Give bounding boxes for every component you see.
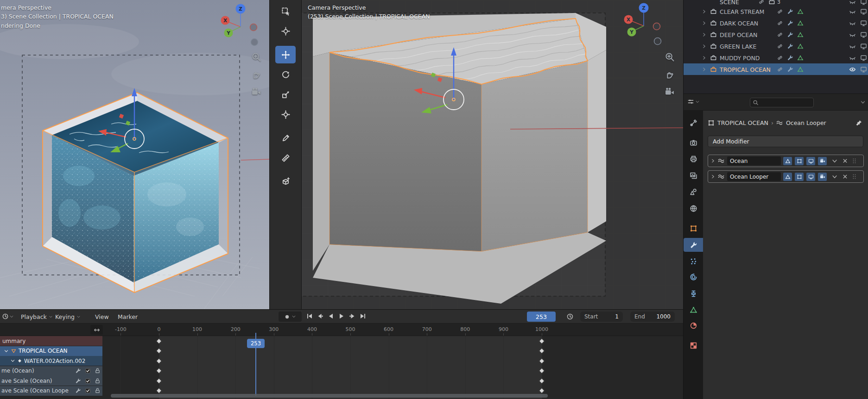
- disclosure-icon[interactable]: [702, 67, 707, 72]
- toggle-render-button[interactable]: [818, 157, 827, 165]
- axis-x-label[interactable]: X: [627, 17, 630, 22]
- properties-tab-texture[interactable]: [684, 338, 703, 352]
- menu-keying[interactable]: Keying: [55, 312, 81, 321]
- toggle-on-cage-button[interactable]: [783, 157, 792, 165]
- toggle-render-button[interactable]: [818, 173, 827, 181]
- modifier-name-field[interactable]: Ocean: [727, 156, 781, 165]
- screen-icon[interactable]: [860, 0, 867, 5]
- tool-measure[interactable]: [275, 149, 296, 167]
- timeline-ruler[interactable]: 253 -10001002003004005006007008009001000: [0, 324, 683, 336]
- properties-tab-constraints[interactable]: [684, 287, 703, 300]
- disclosure-icon[interactable]: [702, 32, 707, 37]
- channel-row[interactable]: ave Scale (Ocean Loope: [0, 386, 102, 396]
- screen-icon[interactable]: [860, 43, 867, 50]
- toggle-edit-mode-button[interactable]: [795, 173, 804, 181]
- properties-tab-view-layer[interactable]: [684, 168, 703, 182]
- navigation-gizmo[interactable]: Z X Y: [218, 3, 262, 47]
- solid-scene[interactable]: [302, 0, 683, 309]
- hand-icon[interactable]: [251, 69, 261, 80]
- breadcrumb-modifier[interactable]: Ocean Looper: [786, 119, 826, 126]
- eye-icon[interactable]: [849, 43, 856, 50]
- check-icon[interactable]: [85, 388, 91, 394]
- properties-tab-modifiers[interactable]: [684, 238, 703, 252]
- collection-name[interactable]: GREEN LAKE: [720, 43, 756, 50]
- hand-icon[interactable]: [665, 69, 675, 80]
- axis-x-label[interactable]: X: [223, 18, 227, 23]
- add-modifier-button[interactable]: Add Modifier: [708, 136, 863, 147]
- jump-to-start-button[interactable]: [306, 312, 313, 320]
- collection-name[interactable]: CLEAR STREAM: [720, 8, 764, 15]
- properties-tab-object[interactable]: [684, 221, 703, 235]
- current-frame-field[interactable]: 253: [527, 312, 556, 322]
- jump-to-prev-keyframe-button[interactable]: [317, 312, 324, 320]
- screen-icon[interactable]: [860, 66, 867, 73]
- horizontal-scrollbar[interactable]: [111, 394, 548, 398]
- jump-to-next-keyframe-button[interactable]: [348, 312, 356, 320]
- dopesheet-area[interactable]: ummaryTROPICAL OCEANWATER.002Action.002m…: [0, 336, 683, 399]
- wrench-icon[interactable]: [75, 368, 81, 374]
- outliner-row[interactable]: GREEN LAKE: [684, 40, 868, 52]
- disclosure-icon[interactable]: [702, 9, 707, 14]
- expand-range-icon[interactable]: [90, 325, 103, 335]
- screen-icon[interactable]: [860, 19, 867, 26]
- tool-cursor[interactable]: [275, 22, 296, 40]
- axis-z-label[interactable]: Z: [642, 5, 646, 11]
- pin-icon[interactable]: [855, 119, 862, 126]
- collection-name[interactable]: MUDDY POND: [720, 54, 760, 61]
- channel-row[interactable]: WATER.002Action.002: [0, 356, 102, 366]
- tool-scale[interactable]: [275, 86, 296, 103]
- properties-tab-render[interactable]: [684, 136, 703, 150]
- outliner-row[interactable]: MUDDY POND: [684, 52, 868, 63]
- play-button[interactable]: [338, 312, 345, 320]
- check-icon[interactable]: [85, 378, 91, 384]
- camera-icon[interactable]: [665, 87, 675, 97]
- toggle-on-cage-button[interactable]: [783, 173, 792, 181]
- properties-tab-world[interactable]: [684, 201, 703, 215]
- disclosure-icon[interactable]: [702, 44, 707, 49]
- breadcrumb-object[interactable]: TROPICAL OCEAN: [717, 119, 768, 126]
- expand-icon[interactable]: [710, 158, 716, 163]
- properties-tab-output[interactable]: [684, 152, 703, 166]
- collection-name[interactable]: DARK OCEAN: [720, 19, 758, 26]
- collection-name[interactable]: TROPICAL OCEAN: [720, 66, 771, 73]
- outliner-row[interactable]: CLEAR STREAM: [684, 6, 868, 17]
- screen-icon[interactable]: [860, 31, 867, 38]
- menu-marker[interactable]: Marker: [118, 312, 138, 321]
- disclosure-icon[interactable]: [702, 55, 707, 60]
- eye-icon[interactable]: [849, 8, 856, 15]
- channel-row[interactable]: TROPICAL OCEAN: [0, 346, 102, 356]
- tool-transform[interactable]: [275, 106, 296, 123]
- properties-tab-particles[interactable]: [684, 254, 703, 268]
- outliner-row[interactable]: DEEP OCEAN: [684, 29, 868, 40]
- lock-icon[interactable]: [95, 368, 101, 374]
- axis-z-label[interactable]: Z: [239, 6, 242, 12]
- toggle-edit-mode-button[interactable]: [795, 157, 804, 165]
- modifier-extras-dropdown[interactable]: [831, 174, 838, 180]
- properties-tab-scene[interactable]: [684, 185, 703, 199]
- properties-search-input[interactable]: [750, 98, 814, 107]
- tool-annotate[interactable]: [275, 129, 296, 147]
- camera-icon[interactable]: [251, 87, 261, 97]
- modifier-extras-dropdown[interactable]: [831, 158, 838, 164]
- viewport-solid[interactable]: Camera Perspective (253) Scene Collectio…: [302, 0, 683, 309]
- drag-handle-icon[interactable]: [851, 158, 857, 164]
- channel-row[interactable]: ummary: [0, 336, 102, 346]
- chevron-down-icon[interactable]: [860, 100, 866, 105]
- screen-icon[interactable]: [860, 54, 867, 61]
- wrench-icon[interactable]: [75, 388, 81, 394]
- zoom-icon[interactable]: [251, 52, 261, 62]
- close-icon[interactable]: [842, 174, 848, 180]
- lock-icon[interactable]: [95, 378, 101, 384]
- eye-icon[interactable]: [849, 0, 856, 5]
- axis-y-label[interactable]: Y: [226, 30, 230, 36]
- eye-icon[interactable]: [849, 19, 856, 26]
- check-icon[interactable]: [85, 368, 91, 374]
- expand-icon[interactable]: [710, 174, 716, 179]
- lock-icon[interactable]: [95, 388, 101, 394]
- eye-icon[interactable]: [849, 54, 856, 61]
- navigation-gizmo[interactable]: Z X Y: [621, 2, 665, 46]
- auto-keying-button[interactable]: [279, 312, 302, 322]
- play-reverse-button[interactable]: [327, 312, 335, 320]
- properties-tab-tool[interactable]: [684, 116, 703, 130]
- eye-icon[interactable]: [849, 66, 856, 73]
